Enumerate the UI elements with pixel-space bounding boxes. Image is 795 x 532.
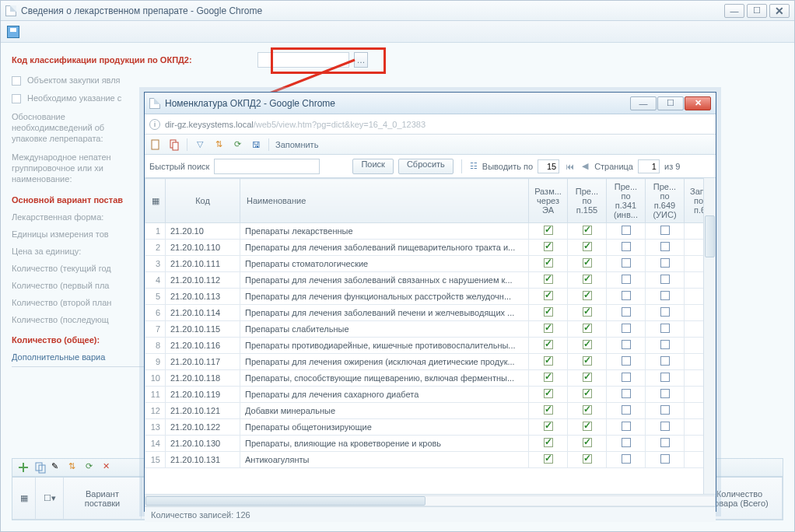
grid-select-header[interactable]: ▦ [12,478,36,520]
sort-icon[interactable]: ⇅ [68,461,81,474]
outer-close-button[interactable]: ✕ [769,4,790,18]
table-row[interactable]: 421.20.10.112Препараты для лечения забол… [145,272,716,289]
table-row[interactable]: 621.20.10.114Препараты для лечения забол… [145,305,716,321]
settings-output-icon[interactable]: ☷ [470,161,478,171]
cell-check-155[interactable] [568,370,607,387]
copy-row-icon[interactable] [34,461,47,474]
cell-check-649[interactable] [646,436,685,452]
cell-check-ea[interactable] [529,256,568,272]
cell-check-155[interactable] [568,354,607,370]
col-selector[interactable]: ▦ [145,179,166,223]
sort-az-icon[interactable]: ⇅ [212,138,225,151]
popup-minimize-button[interactable]: ― [630,96,657,110]
cell-check-ea[interactable] [529,272,568,289]
reset-button[interactable]: Сбросить [398,159,454,174]
col-c3[interactable]: Пре... по п.341 (инв... [607,179,646,223]
cell-check-649[interactable] [646,338,685,354]
remember-link[interactable]: Запомнить [275,140,318,149]
cell-check-341[interactable] [607,419,646,436]
cell-check-341[interactable] [607,387,646,403]
horizontal-scrollbar[interactable] [145,494,716,506]
cell-check-ea[interactable] [529,436,568,452]
vertical-scrollbar[interactable] [703,178,716,494]
table-row[interactable]: 221.20.10.110Препараты для лечения забол… [145,240,716,256]
cell-check-155[interactable] [568,338,607,354]
table-row[interactable]: 921.20.10.117Препараты для лечения ожире… [145,354,716,370]
cell-check-341[interactable] [607,289,646,305]
cell-check-ea[interactable] [529,305,568,321]
cell-check-649[interactable] [646,354,685,370]
cell-check-649[interactable] [646,370,685,387]
grid-checkbox-header[interactable]: ☐▾ [36,478,64,520]
cell-check-341[interactable] [607,256,646,272]
table-row[interactable]: 1521.20.10.131Антикоагулянты [145,452,716,468]
first-page-button[interactable]: ⏮ [564,162,576,171]
cell-check-ea[interactable] [529,338,568,354]
cell-check-ea[interactable] [529,403,568,419]
cell-check-155[interactable] [568,223,607,240]
edit-row-icon[interactable]: ✎ [51,461,64,474]
cell-check-341[interactable] [607,354,646,370]
delete-row-icon[interactable]: ✕ [103,461,115,474]
cell-check-ea[interactable] [529,289,568,305]
cell-check-649[interactable] [646,256,685,272]
cell-check-341[interactable] [607,403,646,419]
cell-check-341[interactable] [607,338,646,354]
table-row[interactable]: 1321.20.10.122Препараты общетонизирующие [145,419,716,436]
cell-check-155[interactable] [568,419,607,436]
cell-check-649[interactable] [646,403,685,419]
info-icon[interactable]: i [149,119,160,130]
col-c4[interactable]: Пре... по п.649 (УИС) [646,179,685,223]
cell-check-341[interactable] [607,223,646,240]
table-row[interactable]: 1221.20.10.121Добавки минеральные [145,403,716,419]
table-row[interactable]: 1421.20.10.130Препараты, влияющие на кро… [145,436,716,452]
cell-check-155[interactable] [568,436,607,452]
table-row[interactable]: 121.20.10Препараты лекарственные [145,223,716,240]
cell-check-649[interactable] [646,223,685,240]
refresh-icon[interactable]: ⟳ [231,138,243,151]
cell-check-ea[interactable] [529,354,568,370]
cell-check-155[interactable] [568,289,607,305]
popup-maximize-button[interactable]: ☐ [657,96,684,110]
popup-close-button[interactable]: ✕ [685,96,711,110]
cell-check-155[interactable] [568,403,607,419]
table-row[interactable]: 721.20.10.115Препараты слабительные [145,321,716,338]
new-doc-icon[interactable] [149,138,162,151]
outer-minimize-button[interactable]: ― [724,4,744,18]
cell-check-ea[interactable] [529,387,568,403]
cell-check-649[interactable] [646,387,685,403]
save-icon[interactable] [7,26,19,38]
cell-check-155[interactable] [568,387,607,403]
table-row[interactable]: 1021.20.10.118Препараты, способствующие … [145,370,716,387]
grid-header-variant[interactable]: Вариант поставки [64,478,142,520]
cell-check-341[interactable] [607,240,646,256]
cell-check-649[interactable] [646,321,685,338]
copy-doc-icon[interactable] [168,138,180,151]
col-c1[interactable]: Разм... через ЭА [529,179,568,223]
quick-search-input[interactable] [214,159,320,174]
table-row[interactable]: 321.20.10.111Препараты стоматологические [145,256,716,272]
col-code[interactable]: Код [166,179,240,223]
search-button[interactable]: Поиск [352,159,393,174]
cell-check-ea[interactable] [529,321,568,338]
cell-check-155[interactable] [568,321,607,338]
cell-check-341[interactable] [607,436,646,452]
per-page-input[interactable] [538,159,559,173]
cell-check-155[interactable] [568,256,607,272]
popup-address-bar[interactable]: i dir-gz.keysystems.local/web5/view.htm?… [145,114,716,135]
cell-check-ea[interactable] [529,240,568,256]
cell-check-ea[interactable] [529,419,568,436]
export-icon[interactable]: 🖫 [250,138,262,151]
cell-check-649[interactable] [646,419,685,436]
cell-check-649[interactable] [646,452,685,468]
cell-check-649[interactable] [646,305,685,321]
table-row[interactable]: 521.20.10.113Препараты для лечения функц… [145,289,716,305]
cell-check-155[interactable] [568,452,607,468]
prev-page-button[interactable]: ◀ [580,161,590,171]
table-row[interactable]: 821.20.10.116Препараты противодиарейные,… [145,338,716,354]
cell-check-649[interactable] [646,272,685,289]
col-name[interactable]: Наименование [240,179,529,223]
checkbox-icon[interactable] [12,76,21,86]
cell-check-649[interactable] [646,240,685,256]
cell-check-155[interactable] [568,305,607,321]
